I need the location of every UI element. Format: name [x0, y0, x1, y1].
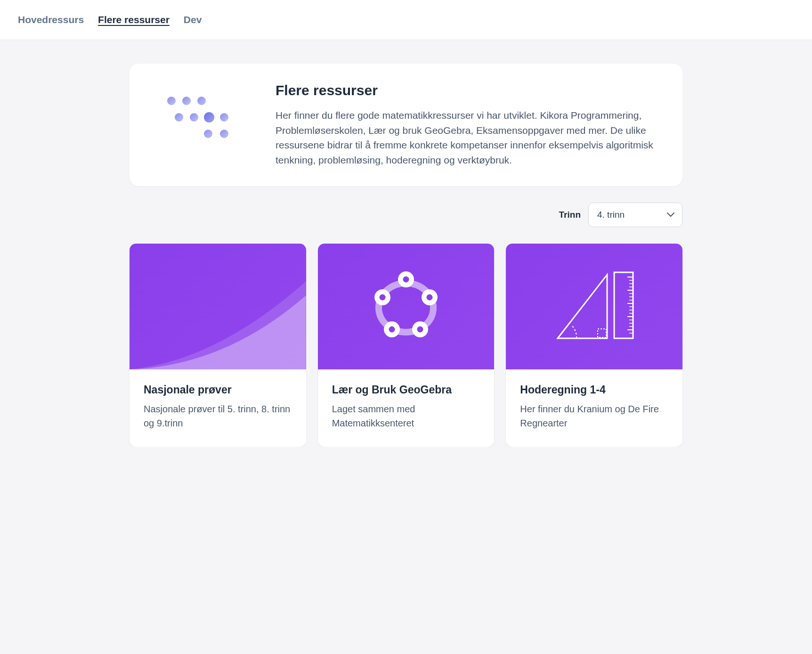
page-title: Flere ressurser — [276, 82, 659, 98]
card-hoderegning[interactable]: Hoderegning 1-4 Her finner du Kranium og… — [506, 244, 682, 447]
svg-rect-22 — [614, 272, 633, 338]
card-title: Nasjonale prøver — [144, 384, 292, 396]
svg-rect-21 — [598, 329, 606, 337]
triangle-ruler-icon — [553, 270, 635, 343]
filter-selected-value: 4. trinn — [597, 210, 625, 220]
card-content: Nasjonale prøver Nasjonale prøver til 5.… — [130, 369, 306, 447]
header-content: Flere ressurser Her finner du flere gode… — [276, 82, 659, 167]
filter-row: Trinn 4. trinn — [130, 203, 682, 227]
card-image — [506, 244, 682, 369]
cards-grid: Nasjonale prøver Nasjonale prøver til 5.… — [130, 244, 682, 447]
card-description: Nasjonale prøver til 5. trinn, 8. trinn … — [144, 402, 292, 430]
card-content: Lær og Bruk GeoGebra Laget sammen med Ma… — [318, 369, 495, 447]
filter-label: Trinn — [559, 210, 581, 220]
trinn-select[interactable]: 4. trinn — [588, 203, 682, 227]
geogebra-icon — [368, 269, 444, 344]
page-description: Her finner du flere gode matematikkressu… — [276, 108, 659, 167]
card-image — [130, 244, 306, 369]
nav-hovedressurs[interactable]: Hovedressurs — [18, 14, 84, 25]
dots-icon — [162, 97, 238, 153]
nav-dev[interactable]: Dev — [184, 14, 202, 25]
card-description: Her finner du Kranium og De Fire Regnear… — [520, 402, 668, 430]
top-nav: Hovedressurs Flere ressurser Dev — [0, 0, 812, 40]
nav-flere-ressurser[interactable]: Flere ressurser — [98, 14, 170, 25]
card-title: Lær og Bruk GeoGebra — [332, 384, 480, 396]
chevron-down-icon — [667, 213, 674, 217]
card-geogebra[interactable]: Lær og Bruk GeoGebra Laget sammen med Ma… — [318, 244, 495, 447]
card-content: Hoderegning 1-4 Her finner du Kranium og… — [506, 369, 682, 447]
header-card: Flere ressurser Her finner du flere gode… — [130, 64, 682, 186]
card-title: Hoderegning 1-4 — [520, 384, 668, 396]
main-container: Flere ressurser Her finner du flere gode… — [112, 40, 700, 447]
card-image — [318, 244, 495, 369]
card-description: Laget sammen med Matematikksenteret — [332, 402, 480, 430]
card-nasjonale-prover[interactable]: Nasjonale prøver Nasjonale prøver til 5.… — [130, 244, 306, 447]
curve-icon — [130, 244, 306, 369]
